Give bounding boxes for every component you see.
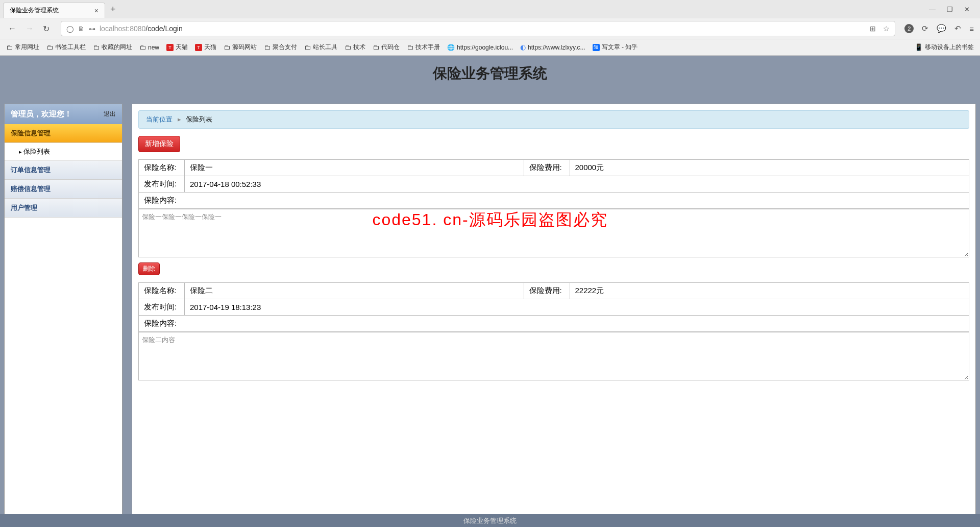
bookmark-star-icon[interactable]: ☆ [883, 25, 890, 33]
bookmark-item[interactable]: 常用网址 [6, 43, 39, 52]
logout-button[interactable]: 退出 [104, 110, 116, 118]
sidebar-sub-insurance-list[interactable]: 保险列表 [5, 143, 122, 161]
folder-icon [345, 43, 351, 51]
minimize-icon[interactable]: — [929, 6, 936, 13]
folder-icon [264, 43, 271, 51]
key-icon[interactable]: ⊶ [89, 25, 95, 33]
url-port: :8080 [128, 25, 145, 33]
extension-icon[interactable]: ⟳ [922, 24, 928, 33]
content-textarea[interactable] [138, 332, 969, 380]
chevron-right-icon: ▸ [178, 115, 181, 123]
url-bar[interactable]: ◯ 🗎 ⊶ localhost:8080/code/Login ⊞ ☆ [61, 21, 895, 36]
bookmark-item[interactable]: 技术手册 [407, 43, 440, 52]
tmall-icon: T [195, 44, 202, 51]
value-fee: 20000元 [570, 160, 969, 176]
label-name: 保险名称: [139, 283, 185, 299]
label-name: 保险名称: [139, 160, 185, 176]
new-tab-button[interactable]: + [105, 2, 121, 17]
bookmark-item[interactable]: T天猫 [195, 43, 216, 52]
bookmark-item[interactable]: 聚合支付 [264, 43, 297, 52]
url-text: localhost:8080/code/Login [100, 25, 866, 33]
bookmark-mobile[interactable]: 📱移动设备上的书签 [915, 43, 974, 52]
value-name: 保险二 [185, 283, 524, 299]
bookmark-item[interactable]: 技术 [345, 43, 365, 52]
folder-icon [304, 43, 311, 51]
page-title: 保险业务管理系统 [0, 56, 980, 104]
site-icon [520, 43, 526, 51]
bookmark-item[interactable]: 站长工具 [304, 43, 337, 52]
breadcrumb: 当前位置 ▸ 保险列表 [138, 110, 969, 129]
value-publish: 2017-04-18 00:52:33 [185, 176, 969, 193]
notification-badge[interactable]: 2 [904, 24, 914, 33]
reload-icon[interactable]: ↻ [41, 22, 52, 36]
url-host: localhost [100, 25, 128, 33]
bookmark-item[interactable]: https://www.lzlxyy.c... [520, 43, 585, 51]
url-actions: ⊞ ☆ [870, 25, 890, 33]
qr-icon[interactable]: ⊞ [870, 25, 876, 33]
folder-icon [93, 43, 100, 51]
close-tab-icon[interactable]: × [94, 7, 99, 15]
bookmark-item[interactable]: https://google.iclou... [447, 43, 513, 51]
record-table: 保险名称: 保险一 保险费用: 20000元 发布时间: 2017-04-18 … [138, 159, 969, 209]
folder-icon [407, 43, 413, 51]
main-area: 管理员，欢迎您！ 退出 保险信息管理 保险列表 订单信息管理 赔偿信息管理 用户… [0, 104, 980, 519]
breadcrumb-label: 当前位置 [146, 115, 173, 123]
footer: 保险业务管理系统 [0, 514, 980, 527]
sidebar: 管理员，欢迎您！ 退出 保险信息管理 保险列表 订单信息管理 赔偿信息管理 用户… [4, 104, 122, 519]
back-icon[interactable]: ← [6, 22, 18, 35]
label-fee: 保险费用: [524, 283, 570, 299]
sidebar-item-user-mgmt[interactable]: 用户管理 [5, 199, 122, 218]
mobile-icon: 📱 [915, 43, 923, 51]
bookmark-bar: 常用网址 书签工具栏 收藏的网址 new T天猫 T天猫 源码网站 聚合支付 站… [0, 39, 980, 55]
maximize-icon[interactable]: ❐ [947, 6, 953, 13]
browser-tab[interactable]: 保险业务管理系统 × [3, 3, 105, 18]
breadcrumb-page: 保险列表 [186, 115, 212, 123]
value-fee: 22222元 [570, 283, 969, 299]
nav-bar: ← → ↻ ◯ 🗎 ⊶ localhost:8080/code/Login ⊞ … [0, 18, 980, 39]
bookmark-item[interactable]: new [139, 43, 159, 51]
sidebar-item-insurance-info[interactable]: 保险信息管理 [5, 124, 122, 143]
site-info-icon[interactable]: 🗎 [78, 25, 85, 33]
tmall-icon: T [166, 44, 174, 51]
forward-icon[interactable]: → [23, 22, 36, 35]
label-publish: 发布时间: [139, 176, 185, 193]
sidebar-header: 管理员，欢迎您！ 退出 [5, 104, 122, 124]
folder-icon [6, 43, 13, 51]
bookmark-item[interactable]: 知写文章 - 知乎 [593, 43, 638, 52]
value-name: 保险一 [185, 160, 524, 176]
sync-icon[interactable]: ↶ [954, 24, 961, 33]
label-content: 保险内容: [139, 316, 969, 332]
chat-icon[interactable]: 💬 [937, 24, 946, 33]
folder-icon [373, 43, 379, 51]
folder-icon [139, 43, 146, 51]
label-fee: 保险费用: [524, 160, 570, 176]
bookmark-item[interactable]: 书签工具栏 [46, 43, 86, 52]
value-publish: 2017-04-19 18:13:23 [185, 299, 969, 316]
browser-chrome: 保险业务管理系统 × + — ❐ ✕ ← → ↻ ◯ 🗎 ⊶ localhost… [0, 0, 980, 56]
bookmark-item[interactable]: 源码网站 [224, 43, 257, 52]
zhihu-icon: 知 [593, 44, 600, 51]
folder-icon [46, 43, 53, 51]
add-insurance-button[interactable]: 新增保险 [138, 136, 180, 152]
toolbar-icons: 2 ⟳ 💬 ↶ ≡ [904, 24, 974, 33]
content-textarea[interactable] [138, 209, 969, 257]
delete-button[interactable]: 删除 [138, 262, 160, 275]
app-container: 保险业务管理系统 管理员，欢迎您！ 退出 保险信息管理 保险列表 订单信息管理 … [0, 56, 980, 527]
content-scroll[interactable]: 当前位置 ▸ 保险列表 新增保险 保险名称: 保险一 保险费用: 20000元 … [132, 104, 975, 519]
menu-icon[interactable]: ≡ [969, 25, 974, 33]
shield-icon[interactable]: ◯ [66, 25, 74, 33]
folder-icon [224, 43, 230, 51]
label-content: 保险内容: [139, 193, 969, 209]
sidebar-item-claim-info[interactable]: 赔偿信息管理 [5, 180, 122, 199]
bookmark-item[interactable]: T天猫 [166, 43, 188, 52]
tab-title: 保险业务管理系统 [10, 6, 59, 15]
window-controls: — ❐ ✕ [929, 6, 977, 13]
tab-bar: 保险业务管理系统 × + — ❐ ✕ [0, 0, 980, 18]
label-publish: 发布时间: [139, 299, 185, 316]
record-table: 保险名称: 保险二 保险费用: 22222元 发布时间: 2017-04-19 … [138, 282, 969, 332]
bookmark-item[interactable]: 代码仓 [373, 43, 400, 52]
close-window-icon[interactable]: ✕ [964, 6, 970, 13]
sidebar-item-order-info[interactable]: 订单信息管理 [5, 161, 122, 180]
url-path: /code/Login [145, 25, 182, 33]
bookmark-item[interactable]: 收藏的网址 [93, 43, 132, 52]
